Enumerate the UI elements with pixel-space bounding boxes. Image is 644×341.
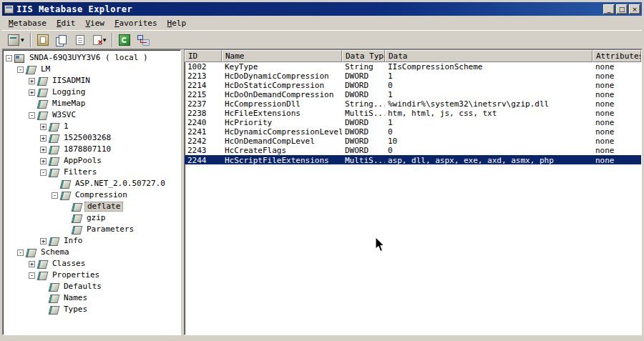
tree-item-w3svc[interactable]: -W3SVC (3, 109, 180, 121)
tree-item-types[interactable]: Types (3, 304, 180, 315)
cell-id: 2243 (185, 146, 222, 155)
main-area: -SNDA-69Q3UYY3V6 ( local )-LM+IISADMIN+L… (2, 49, 642, 335)
tree-indent (6, 212, 63, 224)
tree-item-lm[interactable]: -LM (3, 64, 180, 75)
column-header-data-type[interactable]: Data Type (342, 50, 385, 62)
copy-button[interactable] (53, 32, 70, 48)
tree-item-gzip[interactable]: gzip (3, 212, 180, 224)
collapse-icon[interactable]: - (29, 272, 35, 279)
cell-data: %windir%\system32\inetsrv\gzip.dll (385, 99, 592, 109)
cell-name: HcDoStaticCompression (222, 81, 342, 90)
expand-icon[interactable]: + (40, 124, 47, 130)
close-button[interactable]: × (629, 4, 640, 14)
table-row-2243[interactable]: 2243HcCreateFlagsDWORD0none (185, 146, 641, 155)
tree-item-mimemap[interactable]: MimeMap (3, 98, 180, 109)
menu-help[interactable]: Help (162, 17, 192, 29)
refresh-button[interactable] (116, 32, 133, 48)
table-row-1002[interactable]: 1002KeyTypeStringIIsCompressionSchemenon… (185, 62, 641, 71)
tree-item-label: 1878807110 (62, 144, 113, 154)
delete-button[interactable]: ▼ (90, 32, 109, 48)
table-row-2242[interactable]: 2242HcOnDemandCompLevelDWORD10none (185, 137, 641, 146)
metabase-key-icon (49, 134, 59, 142)
tree-item-properties[interactable]: -Properties (3, 270, 180, 281)
connect-button[interactable] (135, 32, 152, 48)
tree-item-label: gzip (84, 213, 108, 223)
tree-item-label: Types (62, 305, 89, 315)
table-row-2240[interactable]: 2240HcPriorityDWORD1none (185, 118, 641, 127)
tree-item-asp-net-2-0-50727-0[interactable]: ASP.NET_2.0.50727.0 (3, 178, 180, 189)
tree-item-filters[interactable]: -Filters (3, 167, 180, 178)
tree-indent (6, 224, 63, 235)
tree-item-1878807110[interactable]: +1878807110 (3, 144, 180, 155)
metabase-key-icon (60, 180, 70, 188)
collapse-icon[interactable]: - (17, 249, 24, 256)
menu-view[interactable]: View (80, 17, 109, 29)
collapse-icon[interactable]: - (40, 169, 47, 176)
column-header-name[interactable]: Name (222, 50, 342, 62)
menu-favorites[interactable]: Favorites (109, 17, 162, 29)
expand-icon[interactable]: + (40, 135, 47, 142)
expand-icon[interactable]: + (40, 238, 47, 244)
refresh-icon (119, 34, 130, 46)
tree-item-label: Properties (50, 270, 102, 280)
cell-id: 2244 (185, 156, 222, 164)
expand-icon[interactable]: + (29, 89, 35, 96)
tree-indent (6, 178, 52, 189)
app-icon (4, 5, 14, 14)
tree-item-1525003268[interactable]: +1525003268 (3, 132, 180, 144)
minimize-button[interactable]: _ (603, 4, 615, 14)
table-row-2215[interactable]: 2215HcDoOnDemandCompressionDWORD1none (185, 90, 641, 99)
tree-item-defaults[interactable]: Defaults (3, 281, 180, 292)
tree-item-apppools[interactable]: +AppPools (3, 155, 180, 167)
metabase-key-icon (49, 283, 59, 291)
tree-item-iisadmin[interactable]: +IISADMIN (3, 75, 180, 87)
tree-item-schema[interactable]: -Schema (3, 247, 180, 258)
tree-item-logging[interactable]: +Logging (3, 87, 180, 98)
cell-data: 0 (385, 81, 592, 90)
tree-item-info[interactable]: +Info (3, 235, 180, 247)
expand-icon[interactable]: + (29, 78, 35, 84)
toolbar: ▼▼ (2, 30, 642, 49)
export-button[interactable] (72, 32, 89, 48)
paste-button[interactable] (34, 32, 52, 48)
expand-icon[interactable]: + (40, 147, 47, 153)
cell-name: HcDynamicCompressionLevel (222, 127, 342, 137)
table-row-2241[interactable]: 2241HcDynamicCompressionLevelDWORD0none (185, 127, 641, 137)
cell-name: HcCreateFlags (222, 146, 342, 155)
table-row-2237[interactable]: 2237HcCompressionDllString...%windir%\sy… (185, 99, 641, 109)
tree-item-snda-69q3uyy3v6-local[interactable]: -SNDA-69Q3UYY3V6 ( local ) (3, 52, 180, 64)
collapse-icon[interactable]: - (29, 112, 35, 119)
metabase-key-icon (37, 100, 47, 108)
dropdown-arrow-icon[interactable]: ▼ (103, 37, 107, 42)
menu-edit[interactable]: Edit (52, 17, 81, 29)
tree-indent (6, 189, 52, 201)
maximize-button[interactable]: □ (616, 4, 628, 14)
cell-data-type: MultiS... (342, 156, 385, 164)
table-row-2213[interactable]: 2213HcDoDynamicCompressionDWORD1none (185, 71, 641, 81)
tree-item-names[interactable]: Names (3, 292, 180, 304)
expand-icon[interactable]: + (29, 261, 35, 267)
column-header-attributes[interactable]: Attributes (592, 50, 641, 62)
menu-metabase[interactable]: Metabase (4, 17, 52, 29)
column-header-id[interactable]: ID (185, 50, 222, 62)
collapse-icon[interactable]: - (17, 66, 24, 73)
new-key-button[interactable]: ▼ (5, 32, 27, 48)
collapse-icon[interactable]: - (52, 192, 58, 199)
cell-data: 0 (385, 127, 592, 137)
collapse-icon[interactable]: - (6, 55, 12, 61)
tree-item-deflate[interactable]: deflate (3, 201, 180, 212)
table-row-2238[interactable]: 2238HcFileExtensionsMultiS...htm, html, … (185, 109, 641, 118)
expand-icon[interactable]: + (40, 158, 47, 164)
tree-item-compression[interactable]: -Compression (3, 189, 180, 201)
tree-item-classes[interactable]: +Classes (3, 258, 180, 270)
tree-item-parameters[interactable]: Parameters (3, 224, 180, 235)
tree-item-1[interactable]: +1 (3, 121, 180, 132)
tree-indent (6, 167, 40, 178)
table-row-2214[interactable]: 2214HcDoStaticCompressionDWORD0none (185, 81, 641, 90)
cell-attributes: none (592, 99, 641, 109)
dropdown-arrow-icon[interactable]: ▼ (21, 37, 24, 42)
column-header-data[interactable]: Data (385, 50, 592, 62)
table-row-2244[interactable]: 2244HcScriptFileExtensionsMultiS...asp, … (185, 155, 641, 164)
cell-id: 2215 (185, 90, 222, 99)
metabase-key-icon (49, 306, 59, 314)
